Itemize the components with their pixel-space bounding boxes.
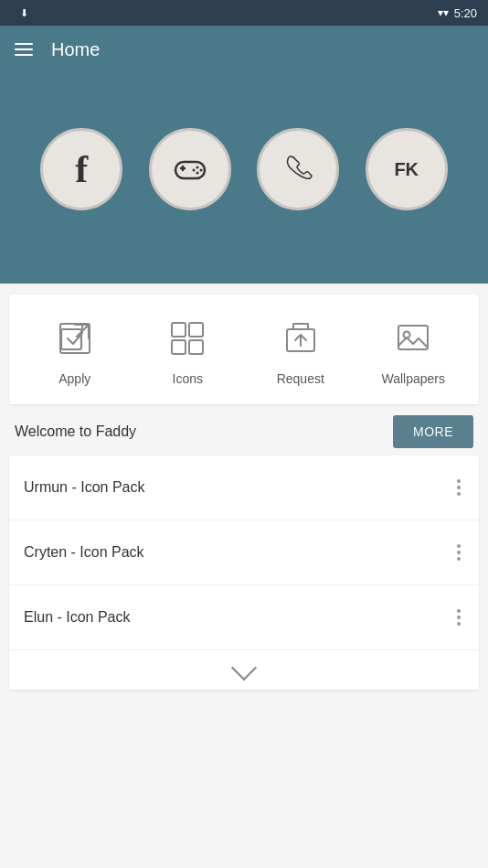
svg-point-5 bbox=[192, 169, 195, 172]
app-icon-gamepad[interactable] bbox=[149, 128, 231, 210]
svg-rect-12 bbox=[172, 323, 186, 337]
page-title: Home bbox=[51, 39, 100, 60]
svg-point-6 bbox=[196, 172, 198, 175]
wallpapers-label: Wallpapers bbox=[381, 371, 445, 386]
fk-icon: FK bbox=[394, 159, 419, 180]
icon-pack-name: Urmun - Icon Pack bbox=[24, 479, 144, 496]
wifi-icon: ▾▾ bbox=[438, 6, 449, 19]
status-bar: ⬇ ▾▾ 5:20 bbox=[0, 0, 488, 26]
icon-packs-list: Urmun - Icon Pack Cryten - Icon Pack Elu… bbox=[9, 455, 479, 690]
icons-icon bbox=[165, 316, 209, 360]
wallpapers-icon bbox=[391, 316, 435, 360]
list-item[interactable]: Cryten - Icon Pack bbox=[9, 520, 479, 585]
action-icons[interactable]: Icons bbox=[132, 316, 245, 386]
apply-icon bbox=[53, 316, 97, 360]
top-bar: Home bbox=[0, 26, 488, 73]
icon-pack-name: Cryten - Icon Pack bbox=[24, 544, 144, 561]
icons-label: Icons bbox=[173, 371, 203, 386]
list-item[interactable]: Elun - Icon Pack bbox=[9, 585, 479, 650]
svg-rect-14 bbox=[172, 340, 186, 354]
request-label: Request bbox=[277, 371, 324, 386]
more-options-button-urmun[interactable] bbox=[453, 476, 464, 499]
facebook-icon: f bbox=[75, 147, 88, 191]
icon-pack-name: Elun - Icon Pack bbox=[24, 609, 131, 626]
list-item[interactable]: Urmun - Icon Pack bbox=[9, 455, 479, 520]
svg-rect-15 bbox=[189, 340, 203, 354]
welcome-text: Welcome to Faddy bbox=[15, 423, 136, 440]
svg-rect-19 bbox=[398, 326, 428, 349]
action-apply[interactable]: Apply bbox=[18, 316, 132, 386]
app-icon-phone[interactable] bbox=[257, 128, 339, 210]
phone-icon bbox=[278, 149, 318, 189]
welcome-section: Welcome to Faddy MORE bbox=[9, 415, 479, 448]
svg-rect-10 bbox=[61, 329, 81, 349]
chevron-down-icon bbox=[231, 655, 257, 680]
more-options-button-elun[interactable] bbox=[453, 605, 464, 629]
menu-icon[interactable] bbox=[15, 43, 33, 56]
actions-section: Apply Icons Request bbox=[9, 295, 479, 404]
svg-rect-13 bbox=[189, 323, 203, 337]
more-button[interactable]: MORE bbox=[393, 415, 473, 448]
status-time: 5:20 bbox=[454, 6, 477, 20]
svg-point-3 bbox=[196, 166, 198, 169]
gamepad-icon bbox=[170, 149, 210, 189]
download-icon: ⬇ bbox=[20, 7, 28, 19]
apply-label: Apply bbox=[58, 371, 90, 386]
request-icon bbox=[279, 316, 323, 360]
more-options-button-cryten[interactable] bbox=[453, 541, 464, 564]
app-icon-facebook[interactable]: f bbox=[40, 128, 122, 210]
action-request[interactable]: Request bbox=[244, 316, 357, 386]
app-icon-fk[interactable]: FK bbox=[366, 128, 448, 210]
hero-section: f FK bbox=[0, 73, 488, 284]
expand-list-button[interactable] bbox=[9, 650, 479, 690]
svg-point-4 bbox=[199, 169, 202, 172]
action-wallpapers[interactable]: Wallpapers bbox=[357, 316, 471, 386]
